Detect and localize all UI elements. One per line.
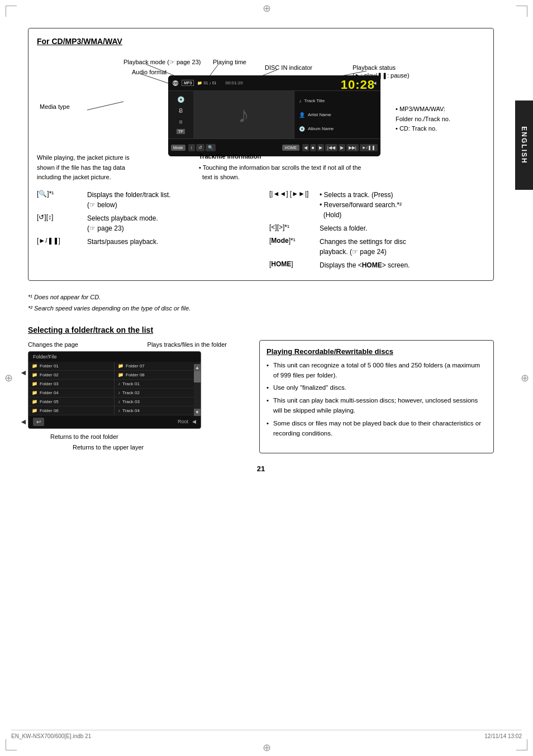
page-container: ⊕ ⊕ ⊕ ⊕ ENGLISH For CD/MP3/WMA/WAV	[0, 0, 533, 756]
func-key-playpause: [►/❚❚]	[37, 237, 82, 245]
select-labels-below: Returns to the root folder Returns to th…	[28, 432, 248, 454]
album-name-row: 💿 Album Name	[299, 126, 376, 132]
label-playback-mode: Playback mode (☞ page 23)	[123, 59, 201, 66]
func-key-mode: [Mode]*¹	[269, 237, 314, 245]
display-top-bar: CD MP3 📁 01 ♪ 01 00:01:20 ◀ 10:28	[168, 75, 380, 91]
label-audio-format: Audio format	[132, 69, 166, 75]
recordable-list: This unit can recognize a total of 5 000…	[266, 360, 487, 439]
language-label: ENGLISH	[520, 126, 528, 164]
func-row-folder: [<][>]*¹ Selects a folder.	[269, 222, 485, 235]
home-button[interactable]: HOME	[282, 145, 299, 151]
recordable-item-1: This unit can recognize a total of 5 000…	[266, 360, 487, 381]
svg-line-3	[210, 64, 218, 75]
track-item[interactable]: ♪ Track 04	[115, 406, 200, 415]
folder-item[interactable]: 📁 Folder 03	[28, 380, 114, 389]
folder-item[interactable]: 📁 Folder 05	[28, 398, 114, 406]
folder-01-label: Folder 01	[40, 363, 59, 369]
play-pause-button[interactable]: ►/❚❚	[360, 144, 378, 151]
cd-section-title: For CD/MP3/WMA/WAV	[37, 37, 485, 46]
func-row-playpause: [►/❚❚] Starts/pauses playback.	[37, 235, 253, 248]
folder-col-2: 📁 Folder 07 📁 Folder 08 ♪	[115, 362, 201, 415]
track-01-label: Track 01	[122, 381, 140, 386]
album-name-label: Album Name	[308, 126, 334, 131]
root-arrow: ◀	[192, 419, 196, 424]
back-button[interactable]: ↩	[33, 418, 44, 426]
person-icon: 👤	[299, 112, 305, 118]
footnotes-area: *¹ Does not appear for CD. *² Search spe…	[28, 292, 494, 314]
folder-item[interactable]: 📁 Folder 08	[115, 371, 200, 380]
func-desc-home: Displays the <HOME> screen.	[320, 260, 410, 270]
scroll-thumb	[194, 371, 201, 382]
folder-icon: 📁	[32, 390, 37, 395]
scroll-up-button[interactable]: ▲	[194, 364, 201, 371]
scrollbar[interactable]: ▲ ▼	[194, 364, 201, 416]
note-icon: ♪	[299, 98, 302, 104]
prev-button[interactable]: ◀	[302, 144, 309, 151]
folder-item[interactable]: 📁 Folder 02	[28, 371, 114, 380]
track-04-label: Track 04	[122, 408, 140, 413]
track-item[interactable]: ♪ Track 01	[115, 380, 200, 389]
display-middle: 💿 Ƀ ≡ TP ♪ ♪ Tra	[168, 91, 380, 138]
folder-icon: 📁	[118, 372, 123, 377]
folder-item[interactable]: 📁 Folder 07	[115, 362, 200, 371]
track-item[interactable]: ♪ Track 03	[115, 398, 200, 406]
right-side-labels: • MP3/WMA/WAV: Folder no./Track no. • CD…	[396, 104, 485, 134]
time-display: 00:01:20	[226, 80, 243, 85]
function-left-col: [🔍]*¹ Displays the folder/track list.(☞ …	[37, 188, 253, 272]
search-button[interactable]: 🔍	[206, 144, 216, 151]
recordable-item-4: Some discs or files may not be played ba…	[266, 418, 487, 439]
func-row-mode: [Mode]*¹ Changes the settings for discpl…	[269, 235, 485, 259]
touching-info-text: • Touching the information bar scrolls t…	[199, 163, 394, 183]
func-desc-search: Displays the folder/track list.(☞ below)	[87, 190, 170, 210]
folder-icon: 📁	[118, 363, 123, 369]
folder-display-wrapper: Folder/File 📁 Folder 01 📁	[28, 351, 248, 429]
cd-track-no-label: • CD: Track no.	[396, 124, 485, 134]
play-button[interactable]: ▶	[339, 144, 345, 151]
bottom-left-label: While playing, the jacket picture isshow…	[37, 153, 188, 183]
label-playing-time: Playing time	[213, 59, 246, 65]
corner-br	[516, 739, 527, 750]
track-item[interactable]: ♪ Track 02	[115, 389, 200, 398]
track-icon: ♪	[118, 408, 120, 413]
folder-item[interactable]: 📁 Folder 04	[28, 389, 114, 398]
bluetooth-icon: Ƀ	[179, 107, 183, 114]
folder-list-content: 📁 Folder 01 📁 Folder 02 📁	[28, 362, 201, 415]
stop-button[interactable]: ■	[310, 144, 316, 151]
language-sidebar: ENGLISH	[515, 101, 533, 190]
folder-item[interactable]: 📁 Folder 06	[28, 406, 114, 415]
plays-tracks-label: Plays tracks/files in the folder	[147, 341, 227, 348]
usb-icon: ≡	[179, 118, 182, 125]
next-track-button[interactable]: ▶▶|	[346, 144, 359, 151]
prev-track-button[interactable]: |◀◀	[325, 144, 337, 151]
media-type-icons: 💿 Ƀ ≡ TP	[168, 91, 193, 138]
func-row-home: [HOME] Displays the <HOME> screen.	[269, 259, 485, 272]
repeat-button[interactable]: ↺	[196, 144, 204, 151]
func-key-tracks: [|◄◄] [►►|]	[269, 190, 314, 198]
jacket-text: While playing, the jacket picture isshow…	[37, 153, 188, 183]
reg-mark-right: ⊕	[519, 372, 530, 384]
function-right-col: [|◄◄] [►►|] • Selects a track. (Press)• …	[269, 188, 485, 272]
track-03-label: Track 03	[122, 399, 140, 404]
folder-icon: 📁	[32, 399, 37, 404]
func-row-search: [🔍]*¹ Displays the folder/track list.(☞ …	[37, 188, 253, 212]
folder-04-label: Folder 04	[40, 390, 59, 395]
folder-display: Folder/File 📁 Folder 01 📁	[28, 351, 201, 429]
sort-button[interactable]: ↕	[188, 144, 195, 151]
album-icon: 💿	[299, 126, 305, 132]
next-button[interactable]: ▶	[317, 144, 324, 151]
track-title-label: Track Title	[304, 98, 325, 103]
mode-button[interactable]: Mode	[171, 145, 185, 151]
reg-mark-left: ⊕	[3, 372, 14, 384]
label-disc-in: DISC IN indicator	[265, 64, 312, 71]
cd-section: For CD/MP3/WMA/WAV	[28, 28, 494, 281]
returns-upper-label: Returns to the upper layer	[73, 442, 248, 453]
track-title-row: ♪ Track Title	[299, 98, 376, 104]
album-art-area: ♪	[193, 91, 294, 138]
folder-item[interactable]: 📁 Folder 01	[28, 362, 114, 371]
recordable-item-3: This unit can play back multi-session di…	[266, 395, 487, 416]
folder-05-label: Folder 05	[40, 399, 59, 404]
scroll-down-button[interactable]: ▼	[194, 409, 201, 416]
track-file-info-label: Track/file information	[199, 152, 394, 162]
folder-icon: 📁	[32, 408, 37, 413]
func-desc-folder: Selects a folder.	[320, 223, 367, 233]
